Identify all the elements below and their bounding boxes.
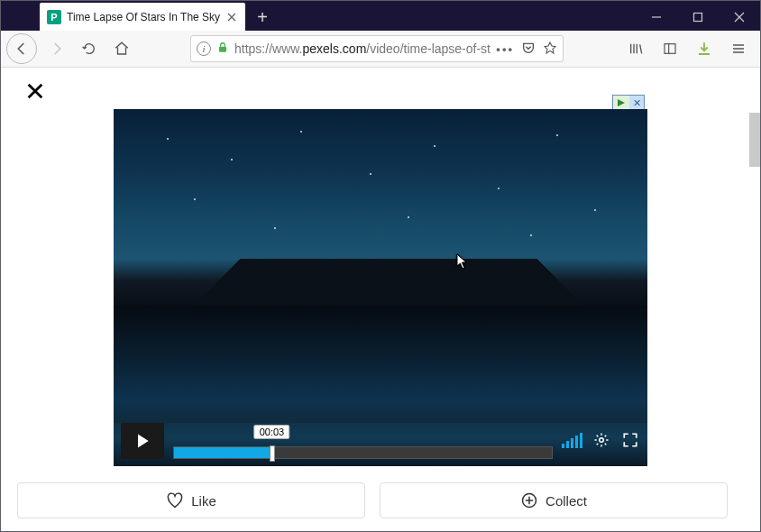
- page-content: ✕ 00:03: [1, 68, 760, 531]
- svg-point-4: [600, 438, 604, 443]
- url-text: https://www.pexels.com/video/time-lapse-…: [234, 41, 491, 56]
- seek-knob[interactable]: [270, 445, 275, 462]
- video-controls: 00:03: [121, 412, 640, 459]
- home-button[interactable]: [107, 35, 136, 62]
- library-icon[interactable]: [621, 35, 650, 62]
- settings-gear-icon[interactable]: [591, 430, 611, 450]
- idm-close-icon[interactable]: ✕: [629, 96, 644, 110]
- svg-rect-1: [219, 46, 226, 51]
- modal-close-button[interactable]: [23, 78, 48, 104]
- window-controls: [636, 4, 760, 31]
- volume-control[interactable]: [562, 443, 582, 459]
- new-tab-button[interactable]: +: [249, 4, 276, 31]
- scrollbar[interactable]: [749, 113, 760, 167]
- fullscreen-icon[interactable]: [620, 430, 640, 450]
- like-button[interactable]: Like: [17, 482, 365, 518]
- heart-icon: [166, 491, 184, 509]
- collect-button[interactable]: Collect: [380, 482, 728, 518]
- window-titlebar: P Time Lapse Of Stars In The Sky +: [1, 1, 760, 31]
- pexels-favicon: P: [47, 10, 61, 24]
- browser-toolbar: i https://www.pexels.com/video/time-laps…: [1, 31, 760, 68]
- video-frame-decoration: [114, 259, 647, 308]
- svg-rect-0: [694, 14, 702, 22]
- seek-bar[interactable]: [173, 446, 553, 459]
- video-frame-decoration: [114, 306, 647, 424]
- forward-button: [42, 35, 71, 62]
- play-button[interactable]: [121, 423, 164, 459]
- collect-label: Collect: [546, 493, 587, 509]
- seek-time-tooltip: 00:03: [254, 425, 290, 439]
- lock-icon: [216, 41, 229, 57]
- mouse-cursor: [456, 253, 469, 270]
- address-bar[interactable]: i https://www.pexels.com/video/time-laps…: [190, 35, 564, 62]
- seek-progress: [174, 447, 272, 458]
- browser-tab[interactable]: P Time Lapse Of Stars In The Sky: [40, 3, 245, 31]
- back-button[interactable]: [6, 33, 37, 64]
- sidebar-icon[interactable]: [656, 35, 684, 62]
- plus-circle-icon: [520, 491, 538, 509]
- tab-close-icon[interactable]: [225, 11, 238, 23]
- like-label: Like: [191, 493, 216, 509]
- pocket-icon[interactable]: [521, 41, 536, 58]
- action-bar: Like Collect: [17, 482, 728, 518]
- minimize-button[interactable]: [636, 4, 677, 31]
- svg-rect-2: [665, 44, 675, 54]
- idm-play-icon[interactable]: [613, 96, 629, 110]
- reload-button[interactable]: [75, 35, 104, 62]
- idm-extension-icon[interactable]: [690, 35, 719, 62]
- maximize-button[interactable]: [677, 4, 719, 31]
- window-close-button[interactable]: [719, 4, 760, 31]
- bookmark-star-icon[interactable]: [543, 41, 557, 58]
- page-actions-icon[interactable]: •••: [496, 42, 514, 56]
- site-info-icon[interactable]: i: [197, 41, 211, 56]
- video-player[interactable]: 00:03: [114, 109, 647, 466]
- menu-icon[interactable]: [724, 35, 753, 62]
- tab-title: Time Lapse Of Stars In The Sky: [67, 11, 220, 23]
